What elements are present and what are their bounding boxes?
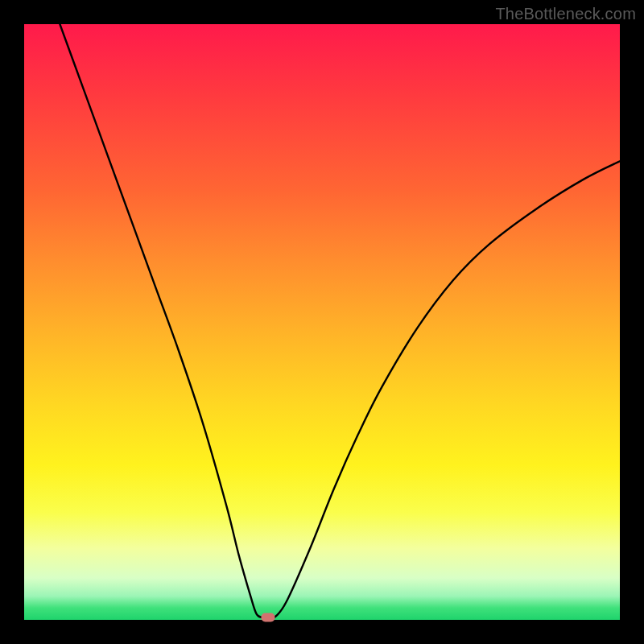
watermark-text: TheBottleneck.com [495, 5, 636, 23]
bottleneck-curve [24, 24, 620, 620]
chart-frame: TheBottleneck.com [0, 0, 644, 644]
optimum-marker [262, 613, 275, 622]
plot-area [24, 24, 620, 620]
